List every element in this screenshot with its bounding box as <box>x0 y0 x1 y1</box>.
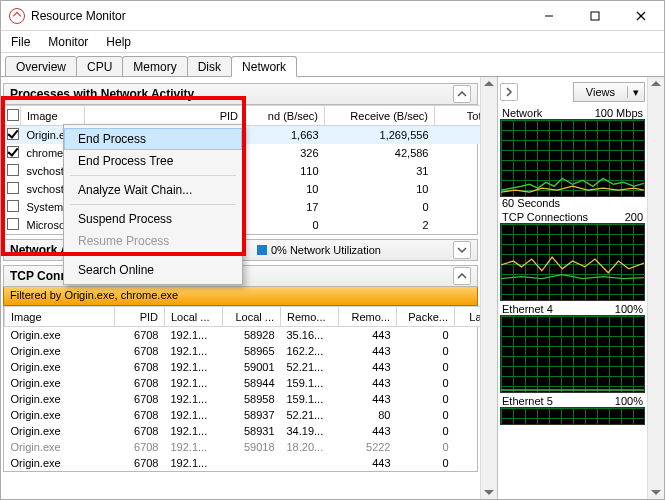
cell-image: Origin.exe <box>5 327 115 344</box>
tcp-col-localaddr[interactable]: Local ... <box>165 307 223 327</box>
right-pane: Views ▾ Network100 Mbps 60 Seconds TCP C… <box>497 77 647 499</box>
graph-right: 100 Mbps <box>595 107 643 119</box>
ctx-end-process[interactable]: End Process <box>64 128 242 150</box>
row-checkbox[interactable] <box>7 128 19 140</box>
cell-recv: 31 <box>325 162 435 180</box>
cell-pid: 6708 <box>115 407 165 423</box>
cell-remoteport: 443 <box>339 455 397 471</box>
tcp-col-packetloss[interactable]: Packe... <box>397 307 455 327</box>
maximize-button[interactable] <box>572 1 618 31</box>
cell-packetloss: 0 <box>397 407 455 423</box>
cell-remoteport: 443 <box>339 327 397 344</box>
cell-pid: 6708 <box>115 359 165 375</box>
cell-localport: 58944 <box>223 375 281 391</box>
titlebar: Resource Monitor <box>1 1 664 31</box>
cell-pid: 6708 <box>115 439 165 455</box>
ctx-analyze-wait-chain[interactable]: Analyze Wait Chain... <box>64 179 242 201</box>
chevron-right-icon[interactable] <box>500 83 518 101</box>
menubar: File Monitor Help <box>1 31 664 53</box>
table-row[interactable]: Origin.exe6708192.1...4430110 <box>5 455 481 471</box>
tab-disk[interactable]: Disk <box>187 56 232 77</box>
tcp-col-latency[interactable]: Laten... <box>455 307 481 327</box>
col-image[interactable]: Image <box>21 106 85 126</box>
cell-latency: 115 <box>455 359 481 375</box>
tcp-col-pid[interactable]: PID <box>115 307 165 327</box>
cell-total: 21 <box>435 180 481 198</box>
scrollbar-left[interactable] <box>480 77 497 499</box>
cell-pid: 6708 <box>115 327 165 344</box>
menu-monitor[interactable]: Monitor <box>46 33 90 51</box>
cell-total: 1,271,219 <box>435 126 481 145</box>
minimize-button[interactable] <box>526 1 572 31</box>
tcp-col-localport[interactable]: Local ... <box>223 307 281 327</box>
window-title: Resource Monitor <box>31 9 126 23</box>
cell-latency: 112 <box>455 423 481 439</box>
cell-pid: 6708 <box>115 375 165 391</box>
cell-recv: 10 <box>325 180 435 198</box>
cell-localport: 58937 <box>223 407 281 423</box>
cell-recv: 42,586 <box>325 144 435 162</box>
graph-tcp: TCP Connections200 <box>500 211 645 301</box>
table-row[interactable]: Origin.exe6708192.1...58944159.1...44301… <box>5 375 481 391</box>
tab-overview[interactable]: Overview <box>5 56 77 77</box>
row-checkbox[interactable] <box>7 218 19 230</box>
row-checkbox[interactable] <box>7 200 19 212</box>
graph-right: 100% <box>615 395 643 407</box>
cell-remoteport: 80 <box>339 407 397 423</box>
cell-send: 10 <box>245 180 325 198</box>
cell-pid: 6708 <box>115 423 165 439</box>
col-pid[interactable]: PID <box>85 106 245 126</box>
chevron-up-icon[interactable] <box>453 267 471 285</box>
col-send[interactable]: nd (B/sec) <box>245 106 325 126</box>
menu-help[interactable]: Help <box>104 33 133 51</box>
chevron-down-icon[interactable] <box>453 241 471 259</box>
graph-title: Ethernet 4 <box>502 303 553 315</box>
col-checkbox[interactable] <box>5 106 21 126</box>
views-button[interactable]: Views ▾ <box>573 82 645 102</box>
ctx-end-process-tree[interactable]: End Process Tree <box>64 150 242 172</box>
separator <box>70 255 236 256</box>
col-total[interactable]: Total (B/sec) <box>435 106 481 126</box>
menu-file[interactable]: File <box>9 33 32 51</box>
row-checkbox[interactable] <box>7 182 19 194</box>
table-row[interactable]: Origin.exe6708192.1...5892835.16...44301… <box>5 327 481 344</box>
section-processes-header[interactable]: Processes with Network Activity <box>3 83 478 105</box>
scrollbar-right[interactable] <box>647 77 664 499</box>
cell-image: Origin.exe <box>5 407 115 423</box>
cell-localaddr: 192.1... <box>165 391 223 407</box>
table-row[interactable]: Origin.exe6708192.1...5893134.19...44301… <box>5 423 481 439</box>
graph-right: 100% <box>615 303 643 315</box>
tcp-col-remoteaddr[interactable]: Remo... <box>281 307 339 327</box>
ctx-search-online[interactable]: Search Online <box>64 259 242 281</box>
cell-total: 17 <box>435 198 481 216</box>
close-button[interactable] <box>618 1 664 31</box>
cell-image: Origin.exe <box>5 375 115 391</box>
table-row[interactable]: Origin.exe6708192.1...5901818.20...52220… <box>5 439 481 455</box>
tcp-col-remoteport[interactable]: Remo... <box>339 307 397 327</box>
cell-recv: 1,269,556 <box>325 126 435 145</box>
tab-network[interactable]: Network <box>231 56 297 77</box>
tab-cpu[interactable]: CPU <box>76 56 123 77</box>
cell-image: Origin.exe <box>5 343 115 359</box>
row-checkbox[interactable] <box>7 146 19 158</box>
cell-total: 42,912 <box>435 144 481 162</box>
cell-localport: 58931 <box>223 423 281 439</box>
table-row[interactable]: Origin.exe6708192.1...58958159.1...44301… <box>5 391 481 407</box>
cell-localport: 59001 <box>223 359 281 375</box>
row-checkbox[interactable] <box>7 164 19 176</box>
cell-latency: 112 <box>455 439 481 455</box>
app-icon <box>9 8 25 24</box>
col-recv[interactable]: Receive (B/sec) <box>325 106 435 126</box>
chevron-up-icon[interactable] <box>453 85 471 103</box>
tab-memory[interactable]: Memory <box>122 56 187 77</box>
tcp-col-image[interactable]: Image <box>5 307 115 327</box>
graph-right: 200 <box>625 211 643 223</box>
cell-send: 326 <box>245 144 325 162</box>
views-label: Views <box>574 86 628 98</box>
table-row[interactable]: Origin.exe6708192.1...58965162.2...44301… <box>5 343 481 359</box>
cell-pid: 6708 <box>115 343 165 359</box>
cell-remoteaddr: 34.19... <box>281 423 339 439</box>
table-row[interactable]: Origin.exe6708192.1...5900152.21...44301… <box>5 359 481 375</box>
table-row[interactable]: Origin.exe6708192.1...5893752.21...80011… <box>5 407 481 423</box>
ctx-suspend-process[interactable]: Suspend Process <box>64 208 242 230</box>
